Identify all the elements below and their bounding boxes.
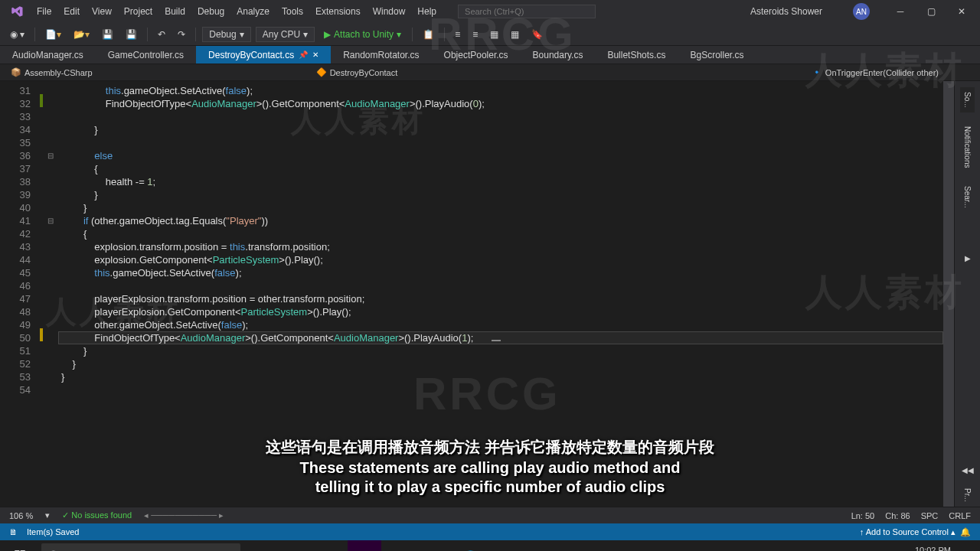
arrow-left-icon[interactable]: ◀◀ <box>962 466 974 474</box>
tab-file[interactable]: AudioManager.cs <box>0 46 96 64</box>
new-button[interactable]: 📄▾ <box>41 27 65 42</box>
menu-help[interactable]: Help <box>411 3 443 20</box>
save-button[interactable]: 💾 <box>98 27 117 42</box>
menu-view[interactable]: View <box>86 3 118 20</box>
comment-button[interactable]: ▦ <box>486 27 502 42</box>
status-icon: 🗎 <box>9 527 18 536</box>
tab-file[interactable]: RandomRotator.cs <box>331 46 431 64</box>
chrome-icon[interactable]: 🌐 <box>453 540 487 551</box>
cortana-icon[interactable]: ○ <box>242 540 276 551</box>
menu-debug[interactable]: Debug <box>191 3 230 20</box>
menu-analyze[interactable]: Analyze <box>230 3 276 20</box>
fold-gutter[interactable]: ⊟⊟ <box>43 81 58 507</box>
editor-statusbar: 106 % ▾ ✓ No issues found ◂ ─────────── … <box>0 507 980 523</box>
search-input[interactable] <box>458 5 596 18</box>
breadcrumb-method[interactable]: 🔹 OnTriggerEnter(Collider other) <box>807 67 943 77</box>
premiere-icon[interactable]: Pr <box>348 540 381 551</box>
tab-file[interactable]: BulletShots.cs <box>595 46 678 64</box>
code-editor[interactable]: 3132333435363738394041424344454647484950… <box>0 81 954 507</box>
spaces-indicator[interactable]: SPC <box>921 511 939 520</box>
nav-back-button[interactable]: ◉ ▾ <box>6 27 28 42</box>
tab-file[interactable]: GameController.cs <box>96 46 196 64</box>
menu-edit[interactable]: Edit <box>57 3 86 20</box>
menu-project[interactable]: Project <box>118 3 158 20</box>
vs-statusbar: 🗎 Item(s) Saved ↑ Add to Source Control … <box>0 523 980 540</box>
zoom-level[interactable]: 106 % <box>9 511 33 520</box>
menu-window[interactable]: Window <box>367 3 412 20</box>
notifications-button[interactable]: 🔔 <box>960 527 971 537</box>
pin-icon[interactable]: 📌 <box>299 51 308 59</box>
breadcrumb: 📦 Assembly-CSharp 🔶 DestroyByContact 🔹 O… <box>0 64 980 81</box>
taskbar-search[interactable]: 🔍 Type here to search <box>41 543 240 551</box>
redo-button[interactable]: ↷ <box>174 27 189 42</box>
tab-file[interactable]: Boundary.cs <box>521 46 596 64</box>
open-button[interactable]: 📂▾ <box>70 27 93 42</box>
unity-hub-icon[interactable]: ◈ <box>524 540 557 551</box>
vs-logo-icon <box>9 4 24 19</box>
unity-icon[interactable]: ◈ <box>488 540 522 551</box>
solution-explorer-tab[interactable]: So... <box>960 87 975 112</box>
minimize-button[interactable]: ─ <box>885 1 916 22</box>
close-button[interactable]: ✕ <box>946 1 977 22</box>
source-control-button[interactable]: ↑ Add to Source Control ▴ <box>860 527 956 537</box>
bookmark-button[interactable]: 🔖 <box>528 27 547 42</box>
titlebar: FileEditViewProjectBuildDebugAnalyzeTool… <box>0 0 980 23</box>
task-view-icon[interactable]: ▭ <box>277 540 311 551</box>
start-button[interactable] <box>3 540 37 551</box>
tab-file[interactable]: DestroyByContact.cs 📌 ✕ <box>196 46 331 64</box>
menu-extensions[interactable]: Extensions <box>309 3 367 20</box>
vertical-scrollbar[interactable] <box>943 81 954 507</box>
tab-file[interactable]: ObjectPooler.cs <box>432 46 521 64</box>
maximize-button[interactable]: ▢ <box>916 1 946 22</box>
breadcrumb-project[interactable]: 📦 Assembly-CSharp <box>6 67 97 77</box>
taskbar-apps: ○ ▭ ◉ Pr 📁 📁 🌐 ◈ ◈ ◢ <box>242 540 593 551</box>
menu-tools[interactable]: Tools <box>276 3 309 20</box>
platform-dropdown[interactable]: Any CPU ▾ <box>256 27 315 42</box>
indent-less-button[interactable]: ≡ <box>451 27 464 42</box>
user-avatar[interactable]: AN <box>853 3 870 20</box>
uncomment-button[interactable]: ▦ <box>507 27 523 42</box>
window-controls: ─ ▢ ✕ <box>885 1 977 22</box>
line-numbers: 3132333435363738394041424344454647484950… <box>0 81 40 507</box>
main-area: 3132333435363738394041424344454647484950… <box>0 81 980 507</box>
line-indicator: Ln: 50 <box>851 511 875 520</box>
code-content[interactable]: this.gameObject.SetActive(false); FindOb… <box>58 81 943 507</box>
toolbar: ◉ ▾ 📄▾ 📂▾ 💾 💾 ↶ ↷ Debug ▾ Any CPU ▾ ▶ At… <box>0 23 980 46</box>
tool-btn-1[interactable]: 📋 <box>419 27 438 42</box>
menu-build[interactable]: Build <box>158 3 191 20</box>
undo-button[interactable]: ↶ <box>154 27 169 42</box>
line-ending-indicator[interactable]: CRLF <box>949 511 971 520</box>
tab-file[interactable]: BgScroller.cs <box>678 46 756 64</box>
system-tray: ^ 🖥 Desktop » ⌨ 📶 🔊 🔌 10:02 PM 2/3/2021 … <box>773 546 977 551</box>
edge-icon[interactable]: ◉ <box>312 540 346 551</box>
vs-icon[interactable]: ◢ <box>559 540 593 551</box>
close-icon[interactable]: ✕ <box>312 51 318 59</box>
attach-unity-button[interactable]: ▶ Attach to Unity ▾ <box>319 28 406 41</box>
issues-indicator[interactable]: ✓ No issues found <box>62 510 132 520</box>
explorer-icon[interactable]: 📁 <box>383 540 416 551</box>
indent-more-button[interactable]: ≡ <box>469 27 482 42</box>
clock[interactable]: 10:02 PM 2/3/2021 <box>915 546 951 551</box>
properties-tab[interactable]: Pr... <box>960 484 975 507</box>
menu-file[interactable]: File <box>31 3 57 20</box>
explorer2-icon[interactable]: 📁 <box>418 540 452 551</box>
menu-bar: FileEditViewProjectBuildDebugAnalyzeTool… <box>31 3 443 20</box>
notifications-tab[interactable]: Notifications <box>960 122 975 172</box>
col-indicator: Ch: 86 <box>885 511 910 520</box>
arrow-icon[interactable]: ▶ <box>965 254 971 262</box>
project-title: Asteroids Shower <box>596 6 853 17</box>
config-dropdown[interactable]: Debug ▾ <box>202 27 250 42</box>
editor-tabs: AudioManager.csGameController.csDestroyB… <box>0 46 980 64</box>
status-message: Item(s) Saved <box>27 527 79 536</box>
save-all-button[interactable]: 💾 <box>122 27 141 42</box>
side-panel: So... Notifications Sear... ▶ ◀◀ Pr... <box>954 81 980 507</box>
search-tab[interactable]: Sear... <box>960 181 975 213</box>
breadcrumb-class[interactable]: 🔶 DestroyByContact <box>312 67 403 77</box>
windows-taskbar: 🔍 Type here to search ○ ▭ ◉ Pr 📁 📁 🌐 ◈ ◈… <box>0 540 980 551</box>
